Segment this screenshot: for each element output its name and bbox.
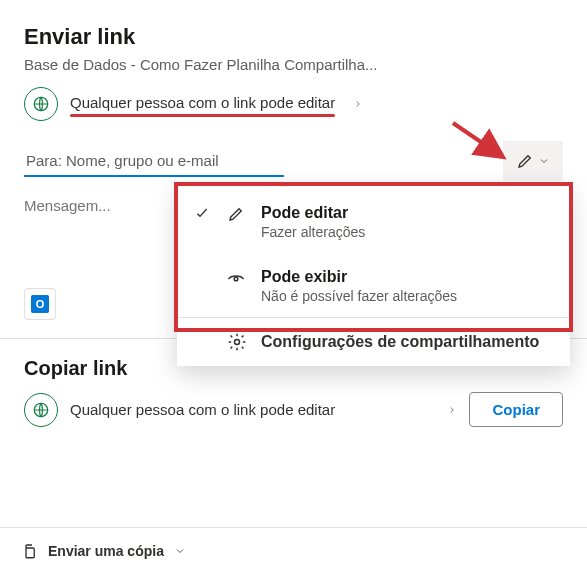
chevron-down-icon xyxy=(538,155,550,167)
permission-menu: Pode editar Fazer alterações Pode exibir… xyxy=(177,185,570,366)
pencil-icon xyxy=(516,152,534,170)
permission-row[interactable]: Qualquer pessoa com o link pode editar xyxy=(24,87,563,121)
menu-item-label: Pode editar xyxy=(261,203,365,222)
gear-icon xyxy=(227,332,247,352)
page-title: Enviar link xyxy=(24,24,563,50)
svg-point-3 xyxy=(234,277,238,281)
menu-item-desc: Fazer alterações xyxy=(261,224,365,241)
menu-item-can-edit[interactable]: Pode editar Fazer alterações xyxy=(177,185,570,253)
bottom-bar: Enviar uma cópia xyxy=(0,527,587,574)
chevron-down-icon[interactable] xyxy=(174,545,186,557)
chevron-right-icon xyxy=(447,405,457,415)
menu-item-desc: Não é possível fazer alterações xyxy=(261,288,457,305)
globe-icon xyxy=(24,393,58,427)
svg-point-4 xyxy=(235,339,240,344)
globe-icon xyxy=(24,87,58,121)
copy-button[interactable]: Copiar xyxy=(469,392,563,427)
check-icon xyxy=(193,203,211,221)
recipients-input[interactable] xyxy=(24,146,284,177)
pencil-icon xyxy=(225,203,247,223)
permission-link-text: Qualquer pessoa com o link pode editar xyxy=(70,94,335,115)
menu-item-settings[interactable]: Configurações de compartilhamento xyxy=(177,318,570,366)
copy-icon xyxy=(20,542,38,560)
menu-item-label: Configurações de compartilhamento xyxy=(261,333,539,351)
svg-rect-2 xyxy=(26,548,34,558)
copy-permission-text[interactable]: Qualquer pessoa com o link pode editar xyxy=(70,401,429,418)
outlook-icon: O xyxy=(31,295,49,313)
file-name: Base de Dados - Como Fazer Planilha Comp… xyxy=(24,56,563,73)
outlook-app-tile[interactable]: O xyxy=(24,288,56,320)
menu-item-can-view[interactable]: Pode exibir Não é possível fazer alteraç… xyxy=(177,253,570,317)
menu-item-label: Pode exibir xyxy=(261,267,457,286)
chevron-right-icon xyxy=(353,99,363,109)
permission-level-button[interactable] xyxy=(503,141,563,181)
eye-icon xyxy=(225,267,247,289)
send-copy-label[interactable]: Enviar uma cópia xyxy=(48,543,164,559)
